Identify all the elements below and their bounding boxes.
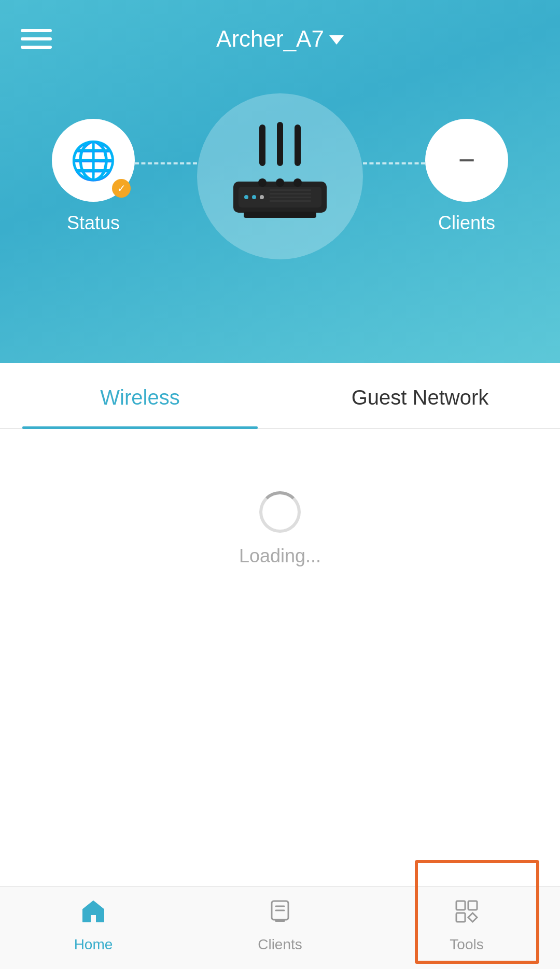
router-circle [197,93,363,259]
nav-item-clients[interactable]: Clients [187,898,373,958]
svg-rect-0 [259,124,265,166]
nav-item-tools[interactable]: Tools [373,898,560,958]
clients-nav-icon [267,898,293,931]
svg-point-5 [244,195,248,199]
router-name-display[interactable]: Archer_A7 [216,26,344,52]
svg-rect-20 [456,901,465,910]
svg-point-7 [260,195,264,199]
loading-text: Loading... [239,545,321,567]
svg-rect-11 [270,200,311,202]
tools-icon [453,898,480,931]
dashed-line-right [363,162,425,164]
status-label: Status [67,212,120,234]
hero-section: Archer_A7 🌐 ✓ Status [0,0,560,363]
svg-rect-1 [277,122,283,166]
svg-rect-21 [468,901,477,910]
svg-point-13 [258,178,267,187]
clients-label: Clients [438,212,495,234]
tab-guest-network[interactable]: Guest Network [280,363,560,428]
svg-rect-22 [456,913,465,922]
svg-point-14 [276,178,284,187]
top-bar: Archer_A7 [0,0,560,62]
dropdown-caret-icon [329,35,344,45]
router-node [197,93,363,259]
svg-rect-10 [270,197,311,198]
router-name-text: Archer_A7 [216,26,324,52]
clients-nav-label: Clients [258,936,302,953]
svg-point-6 [252,195,256,199]
home-icon [80,898,107,931]
svg-rect-8 [270,189,311,191]
wireless-tab-label: Wireless [100,386,179,409]
svg-rect-9 [270,193,311,195]
globe-icon: 🌐 [70,139,117,183]
hamburger-button[interactable] [21,29,52,49]
main-container: Archer_A7 🌐 ✓ Status [0,0,560,969]
status-node[interactable]: 🌐 ✓ Status [52,119,135,234]
clients-node[interactable]: − Clients [425,119,508,234]
svg-rect-12 [244,212,316,218]
guest-network-tab-label: Guest Network [352,386,489,409]
checkmark-icon: ✓ [117,182,126,195]
svg-rect-2 [295,124,301,166]
svg-point-15 [293,178,302,187]
loading-container: Loading... [239,491,321,567]
status-check-badge: ✓ [112,179,131,198]
tools-label: Tools [450,936,483,953]
loading-spinner [259,491,301,533]
nav-item-home[interactable]: Home [0,898,187,958]
home-label: Home [74,936,113,953]
bottom-nav: Home Clients [0,886,560,969]
router-image [218,119,342,233]
clients-circle: − [425,119,508,202]
tabs-container: Wireless Guest Network [0,363,560,429]
tab-wireless[interactable]: Wireless [0,363,280,428]
dashed-line-left [135,162,197,164]
status-circle: 🌐 ✓ [52,119,135,202]
minus-icon: − [458,146,475,175]
svg-rect-17 [275,920,285,922]
network-diagram: 🌐 ✓ Status [0,93,560,259]
